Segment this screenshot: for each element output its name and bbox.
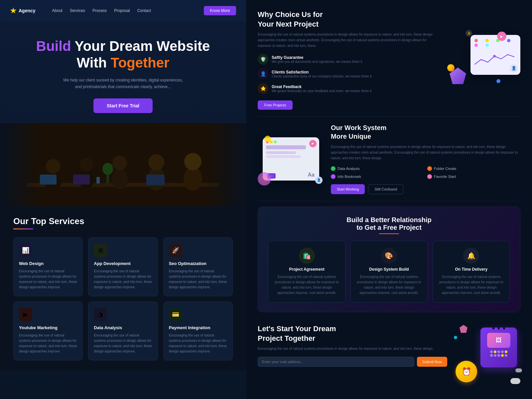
pink-gem-svg: [459, 324, 468, 333]
feedback-title: Great Feedback: [272, 84, 372, 89]
design-icon: 🎨: [381, 248, 397, 264]
svg-point-9: [148, 154, 164, 170]
delivery-desc: Encouraging the use of natural systems p…: [438, 274, 504, 296]
service-card-youtube[interactable]: ▶ Youtube Marketing Encouraging the use …: [13, 302, 83, 360]
app-dev-desc: Encouraging the use of natural systems p…: [94, 269, 152, 290]
free-title-underline: [379, 233, 399, 234]
nav-process[interactable]: Process: [92, 8, 107, 13]
teal-dot: [454, 336, 457, 339]
svg-rect-19: [206, 123, 246, 206]
clients-title: Clients Satisfaction: [272, 70, 372, 74]
why-section: Why Choice Us forYour Next Project Encou…: [246, 0, 532, 116]
nav-services[interactable]: Services: [70, 8, 85, 13]
dream-visual: 🖼 ⏰: [454, 324, 520, 384]
cloud-1: [510, 378, 520, 384]
feedback-desc: We grows financially on your feedback an…: [272, 89, 372, 93]
start-working-button[interactable]: Start Working: [331, 184, 365, 194]
submit-button[interactable]: Submit Now: [417, 357, 447, 367]
data-title: Data Analysis: [94, 325, 152, 330]
nav-proposal[interactable]: Proposal: [114, 8, 130, 13]
services-section: Our Top Services 📊 Web Design Encouragin…: [0, 206, 246, 370]
free-card-agreement[interactable]: 🛍️ Project Agreement Encouraging the use…: [268, 241, 345, 303]
seo-title: Seo Optimaization: [169, 261, 227, 266]
folder-dot: [427, 166, 432, 171]
work-title: Our Work SystemMore Unique: [331, 123, 520, 141]
service-card-web-design[interactable]: 📊 Web Design Encouraging the use of natu…: [13, 237, 83, 296]
svg-point-10: [184, 167, 202, 191]
svg-rect-17: [96, 177, 100, 184]
safety-desc: We give you all documents and signatures…: [272, 60, 363, 64]
dream-form: Submit Now: [258, 357, 447, 367]
monitor-card: ▶ Aa → 👤: [263, 137, 319, 181]
safety-icon: 🛡️: [258, 54, 268, 65]
clients-desc: Clients satisfaction boss of our company…: [272, 74, 372, 78]
service-card-payment[interactable]: 💳 Payment Integration Encouraging the us…: [163, 302, 233, 360]
person-icon: 👤: [315, 177, 323, 184]
right-panel: Why Choice Us forYour Next Project Encou…: [246, 0, 532, 399]
nav-about[interactable]: About: [52, 8, 63, 13]
folder-label: Folder Create: [434, 167, 456, 171]
data-desc: Encouraging the use of natural systems p…: [94, 333, 152, 354]
why-feature-safety: 🛡️ Saftly Guarantee We give you all docu…: [258, 54, 441, 65]
data-label: Data Analysis: [337, 167, 360, 171]
work-section: ▶ Aa → 👤: [246, 117, 532, 201]
monitor-aa: Aa: [308, 172, 315, 178]
work-visual: ▶ Aa → 👤: [258, 123, 324, 194]
work-features-grid: Data Analysis Folder Create Info Bookmar…: [331, 166, 520, 179]
design-title: Design System Build: [356, 267, 422, 272]
work-desc: Encouraging the use of natural systems p…: [331, 144, 520, 161]
free-projects-button[interactable]: Free Projects: [258, 100, 293, 110]
free-card-delivery[interactable]: 🔔 On Time Delivery Encouraging the use o…: [433, 241, 510, 303]
agreement-desc: Encouraging the use of natural systems p…: [274, 274, 340, 296]
service-card-data[interactable]: ◑ Data Analysis Encouraging the use of n…: [88, 302, 158, 360]
blue-dot: [496, 79, 500, 83]
cloud-2: [515, 368, 522, 372]
why-feature-clients: 👤 Clients Satisfaction Clients satisfact…: [258, 68, 441, 79]
free-project-title: Build a Better Relationshipto Get a Free…: [268, 216, 510, 231]
nav-contact[interactable]: Contact: [137, 8, 151, 13]
hero-white-text: Your Dream Website: [71, 38, 210, 54]
service-card-seo[interactable]: 🚀 Seo Optimaization Encouraging the use …: [163, 237, 233, 296]
delivery-icon: 🔔: [463, 248, 479, 264]
hero-cta-button[interactable]: Start Free Trial: [93, 98, 153, 113]
why-content: Why Choice Us forYour Next Project Encou…: [258, 10, 441, 110]
divider-2: [258, 201, 520, 201]
yellow-blob: [264, 136, 271, 142]
services-grid: 📊 Web Design Encouraging the use of natu…: [13, 237, 233, 360]
web-design-title: Web Design: [19, 261, 77, 266]
web-design-icon: 📊: [19, 244, 32, 257]
gear-icon: ⚙: [466, 30, 472, 37]
payment-title: Payment Integration: [169, 325, 227, 330]
alarm-clock: ⏰: [456, 361, 477, 382]
agreement-icon: 🛍️: [299, 248, 315, 264]
why-features-list: 🛡️ Saftly Guarantee We give you all docu…: [258, 54, 441, 94]
dream-content: Let's Start Your DreamProject Together E…: [258, 324, 447, 367]
left-panel: Agency About Services Process Proposal C…: [0, 0, 246, 399]
free-project-section: Build a Better Relationshipto Get a Free…: [258, 206, 520, 312]
mockup-card: 👤: [470, 35, 520, 75]
services-underline: [13, 228, 33, 229]
email-input[interactable]: [258, 357, 414, 367]
free-card-design[interactable]: 🎨 Design System Build Encouraging the us…: [350, 241, 428, 303]
feedback-icon: ⭐: [258, 83, 268, 94]
hero-headline: Build Your Dream Website With Together: [13, 38, 233, 71]
logo-icon: [10, 7, 17, 14]
bookmark-dot: [331, 174, 335, 179]
svg-point-16: [102, 163, 113, 175]
youtube-desc: Encouraging the use of natural systems p…: [19, 333, 77, 354]
svg-point-6: [112, 168, 128, 190]
calendar-decoration: 🖼: [480, 328, 517, 367]
svg-rect-14: [146, 175, 165, 185]
seo-desc: Encouraging the use of natural systems p…: [169, 269, 227, 290]
service-card-app-dev[interactable]: ⊞ App Development Encouraging the use of…: [88, 237, 158, 296]
still-confused-button[interactable]: Still Confused: [368, 184, 403, 194]
brand-logo[interactable]: Agency: [10, 7, 36, 14]
design-desc: Encouraging the use of natural systems p…: [356, 274, 422, 296]
work-feature-folder: Folder Create: [427, 166, 520, 171]
favorite-dot: [427, 174, 432, 179]
dream-section: Let's Start Your DreamProject Together E…: [246, 318, 532, 391]
monitor-play-icon: ▶: [309, 140, 317, 147]
nav-cta-button[interactable]: Know More: [204, 6, 236, 15]
svg-rect-13: [73, 175, 90, 185]
work-content: Our Work SystemMore Unique Encouraging t…: [331, 123, 520, 194]
